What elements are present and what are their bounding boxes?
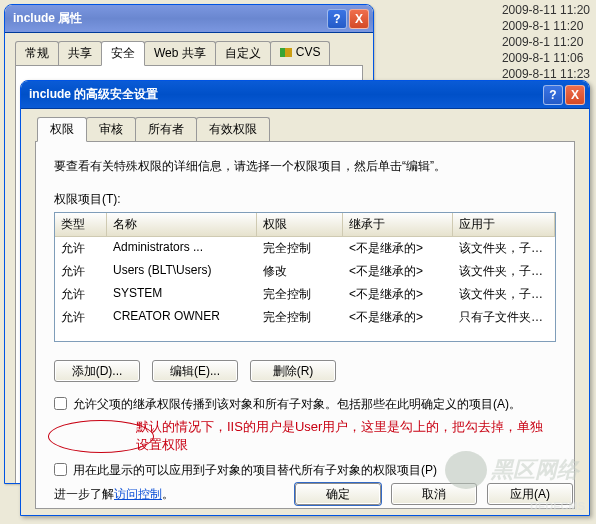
permissions-group: 权限项目(T): 类型 名称 权限 继承于 应用于 允许Administrato… (54, 191, 556, 342)
table-row[interactable]: 允许SYSTEM完全控制<不是继承的>该文件夹，子文件... (55, 283, 555, 306)
cell-name: Users (BLT\Users) (107, 261, 257, 282)
col-type[interactable]: 类型 (55, 213, 107, 236)
col-name[interactable]: 名称 (107, 213, 257, 236)
cell-apply: 该文件夹，子文件... (453, 238, 555, 259)
cell-name: CREATOR OWNER (107, 307, 257, 328)
tab-strip: 权限 审核 所有者 有效权限 (35, 117, 575, 141)
close-button[interactable]: X (349, 9, 369, 29)
cell-perm: 完全控制 (257, 307, 343, 328)
tab-owner[interactable]: 所有者 (135, 117, 197, 141)
cell-perm: 修改 (257, 261, 343, 282)
tab-strip: 常规 共享 安全 Web 共享 自定义 CVS (5, 33, 373, 65)
inherit-checkbox[interactable] (54, 397, 67, 410)
bg-date: 2009-8-11 11:20 (502, 2, 590, 18)
advanced-security-dialog: include 的高级安全设置 ? X 权限 审核 所有者 有效权限 要查看有关… (20, 80, 590, 516)
tab-general[interactable]: 常规 (15, 41, 59, 65)
window-title: include 的高级安全设置 (29, 86, 541, 103)
col-permission[interactable]: 权限 (257, 213, 343, 236)
add-button[interactable]: 添加(D)... (54, 360, 140, 382)
tab-security[interactable]: 安全 (101, 41, 145, 66)
cell-inh: <不是继承的> (343, 284, 453, 305)
remove-button[interactable]: 删除(R) (250, 360, 336, 382)
edit-button[interactable]: 编辑(E)... (152, 360, 238, 382)
inherit-text: 允许父项的继承权限传播到该对象和所有子对象。包括那些在此明确定义的项目(A)。 (73, 396, 521, 412)
tab-panel: 要查看有关特殊权限的详细信息，请选择一个权限项目，然后单击“编辑”。 权限项目(… (35, 141, 575, 509)
annotation-text: 默认的情况下，IIS的用户是User用户，这里是勾上的，把勾去掉，单独设置权限 (136, 418, 556, 454)
table-row[interactable]: 允许CREATOR OWNER完全控制<不是继承的>只有子文件夹及文件 (55, 306, 555, 329)
titlebar[interactable]: include 属性 ? X (5, 5, 373, 33)
button-row: 添加(D)... 编辑(E)... 删除(R) (54, 360, 556, 382)
list-caption: 权限项目(T): (54, 191, 556, 208)
cell-type: 允许 (55, 284, 107, 305)
cell-perm: 完全控制 (257, 238, 343, 259)
cell-type: 允许 (55, 261, 107, 282)
bg-date: 2009-8-1 11:20 (502, 34, 590, 50)
background-date-list: 2009-8-11 11:20 2009-8-1 11:20 2009-8-1 … (502, 0, 590, 82)
table-row[interactable]: 允许Users (BLT\Users)修改<不是继承的>该文件夹，子文件... (55, 260, 555, 283)
replace-checkbox-label[interactable]: 用在此显示的可以应用到子对象的项目替代所有子对象的权限项目(P) (54, 462, 556, 478)
col-inherited[interactable]: 继承于 (343, 213, 453, 236)
cell-name: Administrators ... (107, 238, 257, 259)
col-apply[interactable]: 应用于 (453, 213, 555, 236)
help-button[interactable]: ? (543, 85, 563, 105)
tab-customize[interactable]: 自定义 (215, 41, 271, 65)
tab-sharing[interactable]: 共享 (58, 41, 102, 65)
cvs-icon (280, 48, 292, 57)
cell-name: SYSTEM (107, 284, 257, 305)
site-watermark: DEDECMS (530, 500, 585, 512)
cell-apply: 该文件夹，子文件... (453, 284, 555, 305)
help-button[interactable]: ? (327, 9, 347, 29)
tab-websharing[interactable]: Web 共享 (144, 41, 216, 65)
cell-type: 允许 (55, 238, 107, 259)
tab-auditing[interactable]: 审核 (86, 117, 136, 141)
cell-apply: 只有子文件夹及文件 (453, 307, 555, 328)
titlebar[interactable]: include 的高级安全设置 ? X (21, 81, 589, 109)
window-title: include 属性 (13, 10, 325, 27)
permissions-listview[interactable]: 类型 名称 权限 继承于 应用于 允许Administrators ...完全控… (54, 212, 556, 342)
replace-text: 用在此显示的可以应用到子对象的项目替代所有子对象的权限项目(P) (73, 462, 437, 478)
cell-inh: <不是继承的> (343, 307, 453, 328)
panel-description: 要查看有关特殊权限的详细信息，请选择一个权限项目，然后单击“编辑”。 (54, 158, 556, 175)
table-row[interactable]: 允许Administrators ...完全控制<不是继承的>该文件夹，子文件.… (55, 237, 555, 260)
cancel-button[interactable]: 取消 (391, 483, 477, 505)
access-control-link[interactable]: 访问控制 (114, 487, 162, 501)
close-button[interactable]: X (565, 85, 585, 105)
listview-header[interactable]: 类型 名称 权限 继承于 应用于 (55, 213, 555, 237)
cell-type: 允许 (55, 307, 107, 328)
bg-date: 2009-8-1 11:20 (502, 18, 590, 34)
cell-apply: 该文件夹，子文件... (453, 261, 555, 282)
tab-effective[interactable]: 有效权限 (196, 117, 270, 141)
ok-button[interactable]: 确定 (295, 483, 381, 505)
cell-perm: 完全控制 (257, 284, 343, 305)
tab-permissions[interactable]: 权限 (37, 117, 87, 142)
replace-checkbox[interactable] (54, 463, 67, 476)
cell-inh: <不是继承的> (343, 238, 453, 259)
checkbox-group: 允许父项的继承权限传播到该对象和所有子对象。包括那些在此明确定义的项目(A)。 … (54, 396, 556, 478)
cell-inh: <不是继承的> (343, 261, 453, 282)
tab-cvs[interactable]: CVS (270, 41, 331, 65)
bg-date: 2009-8-1 11:06 (502, 50, 590, 66)
inherit-checkbox-label[interactable]: 允许父项的继承权限传播到该对象和所有子对象。包括那些在此明确定义的项目(A)。 (54, 396, 556, 412)
